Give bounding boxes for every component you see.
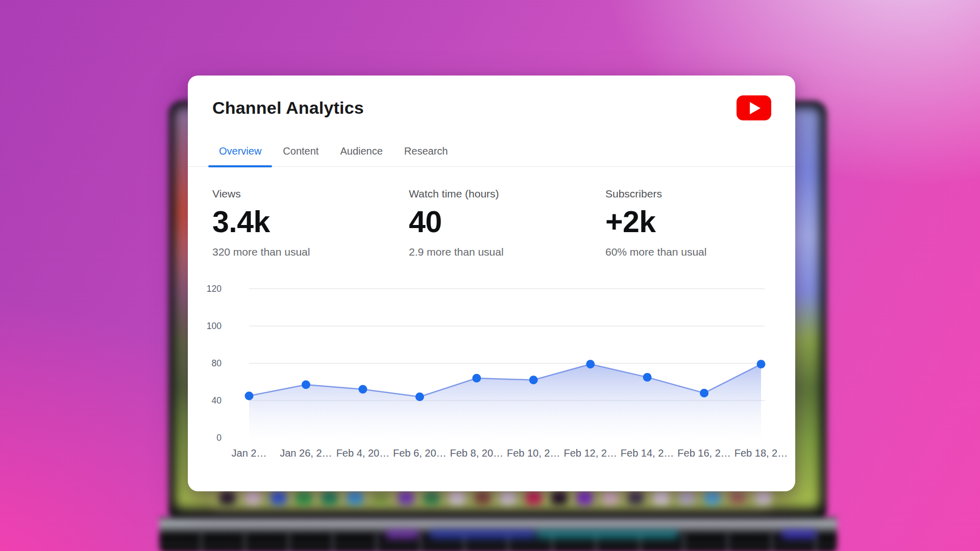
stat-label: Views [212, 188, 409, 199]
keyboard-reflection [781, 530, 817, 538]
stat-label: Subscribers [605, 188, 802, 199]
svg-text:Feb 18, 2…: Feb 18, 2… [734, 447, 788, 459]
youtube-logo-icon[interactable] [737, 95, 771, 120]
dock-icon [322, 491, 337, 505]
play-icon [750, 102, 761, 114]
tab-bar: Overview Content Audience Research [188, 136, 795, 167]
dock-icon [449, 491, 465, 505]
svg-text:100: 100 [207, 321, 222, 331]
dock-icon [653, 491, 669, 505]
laptop-base [159, 517, 837, 551]
dock-icon [296, 491, 312, 505]
stat-note: 2.9 more than usual [409, 246, 605, 257]
stats-row: Views 3.4k 320 more than usual Watch tim… [212, 188, 802, 257]
views-area-chart: 04080100120Jan 2…Jan 26, 2…Feb 4, 20…Feb… [188, 269, 795, 491]
stat-watch-time: Watch time (hours) 40 2.9 more than usua… [409, 188, 605, 257]
dock-icon [577, 491, 593, 505]
stat-value: 40 [409, 207, 605, 237]
page-title: Channel Analytics [212, 98, 364, 118]
tab-research[interactable]: Research [394, 136, 459, 166]
desktop-background: Channel Analytics Overview Content Audie… [0, 0, 980, 551]
laptop-keyboard [159, 532, 837, 551]
stat-note: 320 more than usual [212, 246, 409, 257]
dock-icon [245, 491, 261, 505]
svg-text:Feb 16, 2…: Feb 16, 2… [677, 447, 731, 459]
stat-value: +2k [605, 207, 802, 237]
dock-icon [679, 491, 695, 505]
dock-icon [730, 491, 746, 505]
dock-icon [475, 491, 491, 505]
dock-icon [373, 491, 388, 505]
dock-icon [271, 491, 286, 505]
dock-icon [424, 491, 439, 505]
svg-text:40: 40 [212, 395, 222, 406]
svg-text:Jan 2…: Jan 2… [232, 447, 267, 459]
svg-text:Jan 26, 2…: Jan 26, 2… [280, 447, 332, 459]
keyboard-reflection [536, 530, 679, 538]
svg-text:Feb 14, 2…: Feb 14, 2… [621, 447, 674, 459]
channel-analytics-card: Channel Analytics Overview Content Audie… [188, 76, 795, 491]
svg-text:Feb 8, 20…: Feb 8, 20… [450, 447, 504, 459]
dock-icon [602, 491, 618, 505]
svg-text:Feb 4, 20…: Feb 4, 20… [336, 447, 390, 459]
dock-icon [500, 491, 516, 505]
svg-text:0: 0 [216, 433, 222, 443]
tab-content[interactable]: Content [272, 136, 329, 166]
keyboard-reflection [429, 530, 536, 538]
svg-text:Feb 10, 2…: Feb 10, 2… [507, 447, 560, 459]
stat-note: 60% more than usual [605, 246, 802, 257]
tab-overview[interactable]: Overview [208, 136, 272, 166]
dock-icon [347, 491, 363, 505]
keyboard-reflection [385, 530, 419, 538]
dock-icon [219, 491, 235, 505]
dock [219, 491, 771, 505]
dock-icon [755, 491, 771, 505]
stat-value: 3.4k [212, 207, 409, 237]
svg-text:Feb 6, 20…: Feb 6, 20… [393, 447, 447, 459]
svg-text:80: 80 [212, 358, 222, 368]
stat-label: Watch time (hours) [409, 188, 605, 199]
stat-subscribers: Subscribers +2k 60% more than usual [605, 188, 802, 257]
dock-icon [398, 491, 414, 505]
stat-views: Views 3.4k 320 more than usual [212, 188, 409, 257]
tab-audience[interactable]: Audience [329, 136, 393, 166]
dock-icon [628, 491, 644, 505]
dock-icon [704, 491, 720, 505]
dock-icon [551, 491, 567, 505]
dock-icon [526, 491, 542, 505]
svg-text:Feb 12, 2…: Feb 12, 2… [564, 447, 617, 459]
svg-text:120: 120 [207, 284, 222, 294]
